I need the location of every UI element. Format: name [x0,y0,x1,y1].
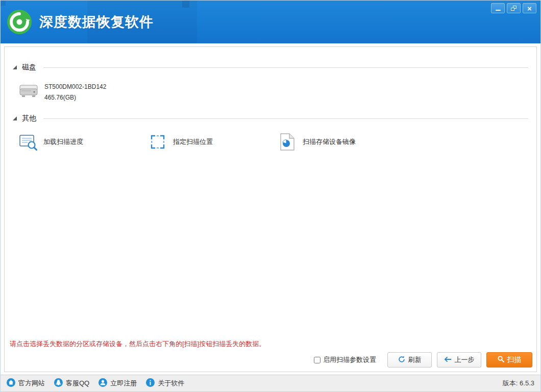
load-scan-progress-label: 加载扫描进度 [43,137,83,146]
disk-section-header: 磁盘 [13,62,528,72]
about-info-icon [146,378,155,389]
register-now-link[interactable]: 立即注册 [99,378,137,389]
titlebar: 深度数据恢复软件 × [1,1,540,43]
scan-magnifier-icon [498,356,504,364]
section-divider [43,67,528,68]
load-scan-progress-icon [19,133,37,151]
disk-model: ST500DM002-1BD142 [44,83,106,90]
customer-service-qq-link[interactable]: 客服QQ [54,378,89,389]
device-panel: 磁盘 ST500D [4,46,537,372]
about-software-link[interactable]: 关于软件 [146,378,184,389]
scan-label: 扫描 [507,355,522,364]
disk-section-label: 磁盘 [22,63,36,72]
specify-scan-location-label: 指定扫描位置 [173,137,213,146]
refresh-label: 刷新 [408,355,422,364]
load-scan-progress-item[interactable]: 加载扫描进度 [19,133,149,151]
window-controls: × [491,3,536,13]
register-now-label: 立即注册 [110,379,137,388]
enable-scan-params-label: 启用扫描参数设置 [323,355,376,364]
specify-scan-location-icon [149,133,167,151]
customer-service-qq-label: 客服QQ [66,379,89,388]
scan-device-image-label: 扫描存储设备镜像 [303,137,356,146]
other-options-row: 加载扫描进度 [19,133,528,151]
refresh-button[interactable]: 刷新 [387,352,432,368]
titlebar-pattern [182,1,189,8]
enable-scan-params-checkbox[interactable] [314,357,321,363]
restore-button[interactable] [507,3,521,13]
minimize-icon [496,10,501,11]
scan-device-image-icon [278,133,297,151]
section-divider [43,118,528,119]
action-controls-row: 启用扫描参数设置 刷新 [5,352,532,368]
disk-capacity: 465.76(GB) [44,94,106,101]
refresh-icon [398,356,405,364]
back-arrow-icon [444,356,452,364]
collapse-triangle-icon[interactable] [13,116,17,120]
specify-scan-location-item[interactable]: 指定扫描位置 [149,133,278,151]
home-icon [7,378,15,389]
app-title: 深度数据恢复软件 [39,13,154,31]
minimize-button[interactable] [491,3,505,13]
close-icon: × [527,5,532,12]
content-area: 磁盘 ST500D [1,43,540,375]
enable-scan-params-option: 启用扫描参数设置 [314,355,376,364]
other-section-label: 其他 [22,114,36,123]
instruction-hint: 请点击选择丢失数据的分区或存储设备，然后点击右下角的[扫描]按钮扫描丢失的数据。 [10,339,536,349]
app-logo-icon [7,9,32,35]
restore-icon [511,6,517,11]
official-website-label: 官方网站 [18,379,45,388]
back-label: 上一步 [455,355,475,364]
other-section-header: 其他 [13,113,528,124]
official-website-link[interactable]: 官方网站 [7,378,45,389]
version-label: 版本: 6.5.3 [503,379,534,388]
titlebar-pattern [1,1,6,6]
scan-device-image-item[interactable]: 扫描存储设备镜像 [278,133,408,151]
qq-icon [54,378,63,389]
statusbar: 官方网站 客服QQ 立即注册 [1,375,540,391]
app-window: 深度数据恢复软件 × 磁盘 [0,0,541,392]
register-user-icon [99,378,107,389]
hard-drive-icon [19,83,38,101]
about-software-label: 关于软件 [158,379,184,388]
close-button[interactable]: × [523,3,536,13]
collapse-triangle-icon[interactable] [13,65,17,69]
scan-button[interactable]: 扫描 [486,352,532,368]
back-button[interactable]: 上一步 [437,352,481,368]
disk-item[interactable]: ST500DM002-1BD142 465.76(GB) [19,81,111,103]
